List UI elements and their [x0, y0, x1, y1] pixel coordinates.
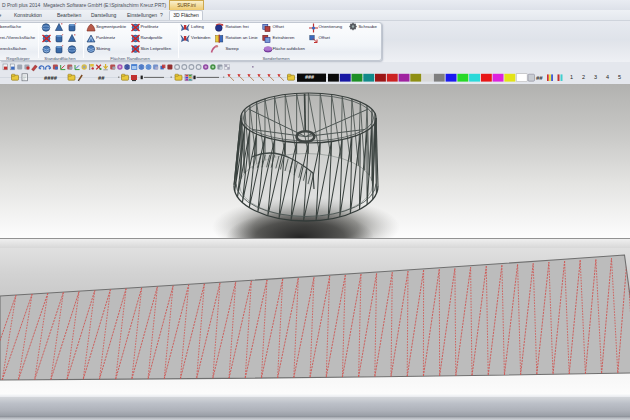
svg-text:##: ## — [536, 75, 543, 81]
svg-text:##: ## — [98, 75, 105, 81]
svg-text:3: 3 — [594, 74, 597, 80]
svg-text:2: 2 — [582, 74, 585, 80]
svg-text:###: ### — [305, 74, 314, 80]
svg-text:####: #### — [44, 75, 58, 81]
svg-text:5: 5 — [618, 74, 621, 80]
svg-text:1: 1 — [570, 74, 573, 80]
svg-text:4: 4 — [606, 74, 609, 80]
